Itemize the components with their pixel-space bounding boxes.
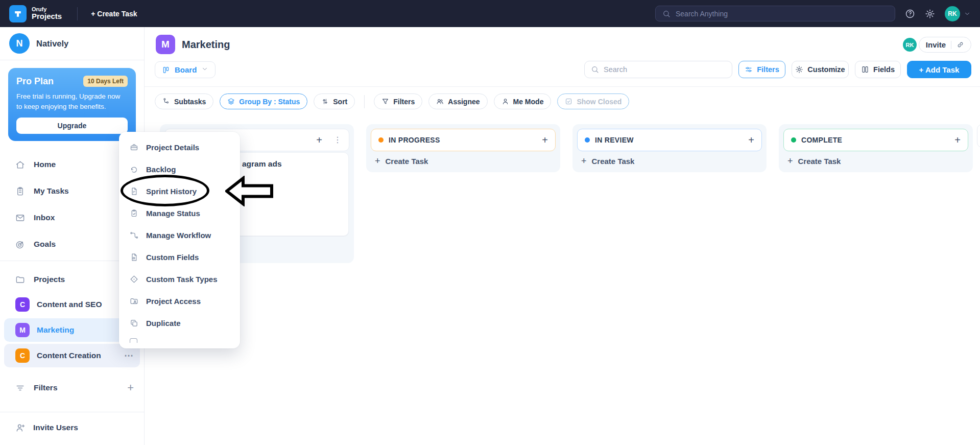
plan-description: Free trial is running, Upgrade now to ke…: [16, 91, 128, 111]
project-avatar: C: [15, 297, 30, 312]
copy-icon: [130, 319, 138, 327]
page-title: Marketing: [182, 39, 230, 51]
column-title: IN REVIEW: [595, 136, 634, 144]
board-toolbar: Subtasks Group By : Status Sort Filters …: [145, 87, 980, 109]
top-app-bar: Orufy Projects + Create Task RK: [0, 0, 980, 27]
pro-plan-card: Pro Plan 10 Days Left Free trial is runn…: [8, 68, 136, 141]
create-task-button[interactable]: + Create Task: [783, 156, 968, 167]
fields-button[interactable]: Fields: [855, 61, 901, 78]
toolbar-divider: [364, 95, 365, 108]
member-avatar[interactable]: RK: [903, 38, 917, 52]
workspace-switcher[interactable]: N Natively: [0, 27, 144, 60]
menu-item-manage-workflow[interactable]: Manage Workflow: [119, 224, 240, 246]
global-search-input[interactable]: [676, 10, 888, 18]
sliders-icon: [745, 65, 753, 74]
menu-item-manage-status[interactable]: Manage Status: [119, 202, 240, 224]
orufy-logo-icon[interactable]: [9, 5, 27, 22]
column-title: COMPLETE: [801, 136, 842, 144]
next-column-edge: [977, 124, 980, 148]
menu-item-custom-fields[interactable]: Custom Fields: [119, 246, 240, 268]
column-in-review-header[interactable]: IN REVIEW +: [577, 129, 762, 151]
add-task-icon[interactable]: +: [542, 135, 548, 145]
search-icon: [591, 65, 599, 74]
project-context-menu: Project Details Backlog Sprint History M…: [119, 132, 240, 348]
sidebar-filters-section[interactable]: Filters +: [0, 377, 144, 399]
board-search[interactable]: [584, 61, 732, 78]
avatar[interactable]: RK: [945, 6, 960, 21]
topbar-divider: [77, 7, 78, 20]
sidebar-project-content-creation[interactable]: C Content Creation ⋯: [4, 344, 140, 367]
invite-button[interactable]: Invite: [919, 37, 971, 53]
add-task-icon[interactable]: +: [748, 135, 754, 145]
show-closed-toggle[interactable]: Show Closed: [557, 93, 629, 109]
customize-button[interactable]: Customize: [792, 61, 849, 78]
project-header: M Marketing RK Invite Board Filters: [145, 27, 980, 87]
briefcase-icon: [130, 143, 138, 152]
status-dot: [378, 137, 384, 143]
column-complete-header[interactable]: COMPLETE +: [783, 129, 968, 151]
quick-filters-button[interactable]: Filters: [374, 93, 422, 109]
column-in-progress: IN PROGRESS + + Create Task: [366, 124, 560, 172]
column-menu-icon[interactable]: ⋮: [333, 136, 342, 144]
column-in-progress-header[interactable]: IN PROGRESS +: [371, 129, 556, 151]
assignee-filter-button[interactable]: Assignee: [428, 93, 487, 109]
column-complete: COMPLETE + + Create Task: [779, 124, 973, 172]
add-task-icon[interactable]: +: [954, 135, 961, 145]
clipped-icon-fragment: [130, 338, 137, 343]
users-icon: [436, 98, 444, 105]
invite-divider: [951, 41, 951, 49]
main-content: M Marketing RK Invite Board Filters: [145, 27, 980, 445]
menu-item-project-access[interactable]: Project Access: [119, 290, 240, 312]
topbar-create-task-button[interactable]: + Create Task: [91, 10, 137, 18]
trial-days-badge: 10 Days Left: [83, 76, 128, 87]
plan-title: Pro Plan: [16, 76, 54, 87]
search-icon: [662, 10, 671, 18]
group-by-button[interactable]: Group By : Status: [220, 93, 307, 109]
global-search[interactable]: [655, 6, 895, 21]
account-menu[interactable]: RK: [945, 6, 971, 21]
subtasks-toggle[interactable]: Subtasks: [155, 93, 213, 109]
help-icon[interactable]: [905, 9, 915, 19]
workflow-icon: [130, 231, 138, 240]
clipboard-check-icon: [130, 209, 138, 218]
menu-item-project-details[interactable]: Project Details: [119, 136, 240, 158]
add-task-icon[interactable]: +: [316, 135, 322, 145]
filters-button[interactable]: Filters: [738, 61, 785, 78]
view-switcher-board[interactable]: Board: [155, 61, 216, 78]
add-filter-icon[interactable]: +: [127, 381, 134, 394]
task-title: agram ads: [242, 159, 282, 169]
me-mode-toggle[interactable]: Me Mode: [494, 93, 552, 109]
column-in-review: IN REVIEW + + Create Task: [572, 124, 767, 172]
upgrade-button[interactable]: Upgrade: [16, 118, 128, 134]
project-avatar: M: [15, 323, 30, 337]
user-icon: [501, 98, 509, 105]
kanban-board: TO DO 1 + ⋮ agram ads IN PROGRESS + + Cr: [145, 124, 980, 410]
sort-button[interactable]: Sort: [314, 93, 355, 109]
menu-item-duplicate[interactable]: Duplicate: [119, 312, 240, 334]
chevron-down-icon: [201, 65, 208, 75]
board-search-input[interactable]: [604, 65, 726, 74]
settings-gear-icon[interactable]: [925, 9, 935, 19]
brand-name: Orufy Projects: [32, 6, 62, 21]
diamond-icon: [130, 275, 138, 284]
menu-item-sprint-history[interactable]: Sprint History: [119, 180, 240, 202]
column-title: IN PROGRESS: [389, 136, 440, 144]
columns-icon: [861, 65, 869, 74]
home-icon: [15, 160, 25, 170]
folder-user-icon: [130, 297, 138, 306]
user-plus-icon: [15, 423, 26, 433]
folder-icon: [15, 275, 25, 285]
sort-arrows-icon: [321, 98, 329, 105]
menu-item-custom-task-types[interactable]: Custom Task Types: [119, 268, 240, 290]
create-task-button[interactable]: + Create Task: [371, 156, 556, 167]
invite-users-button[interactable]: Invite Users: [0, 416, 144, 439]
create-task-button[interactable]: + Create Task: [577, 156, 762, 167]
add-task-button[interactable]: + Add Task: [907, 61, 971, 78]
link-icon: [957, 41, 964, 49]
board-icon: [162, 66, 170, 74]
subtasks-icon: [162, 98, 170, 105]
sidebar-footer: Invite Users: [0, 412, 144, 445]
menu-item-backlog[interactable]: Backlog: [119, 158, 240, 180]
chevron-down-icon: [964, 10, 971, 17]
project-more-icon[interactable]: ⋯: [124, 350, 134, 361]
